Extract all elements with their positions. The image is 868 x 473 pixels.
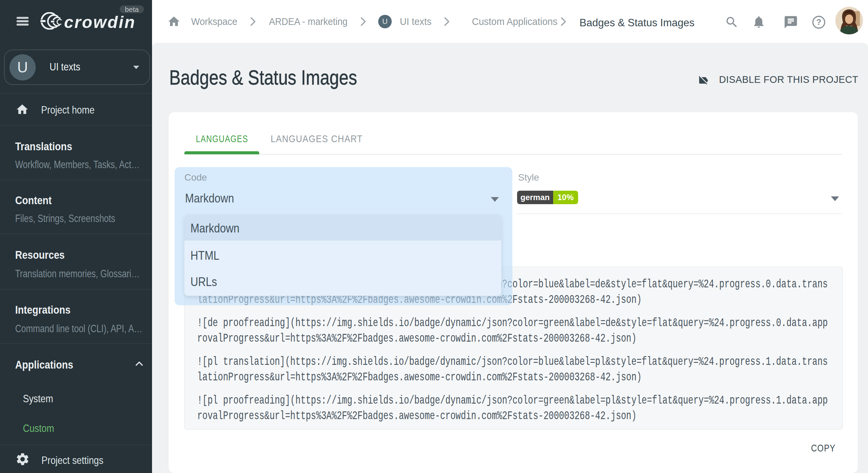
svg-text:?: ? <box>816 18 821 27</box>
